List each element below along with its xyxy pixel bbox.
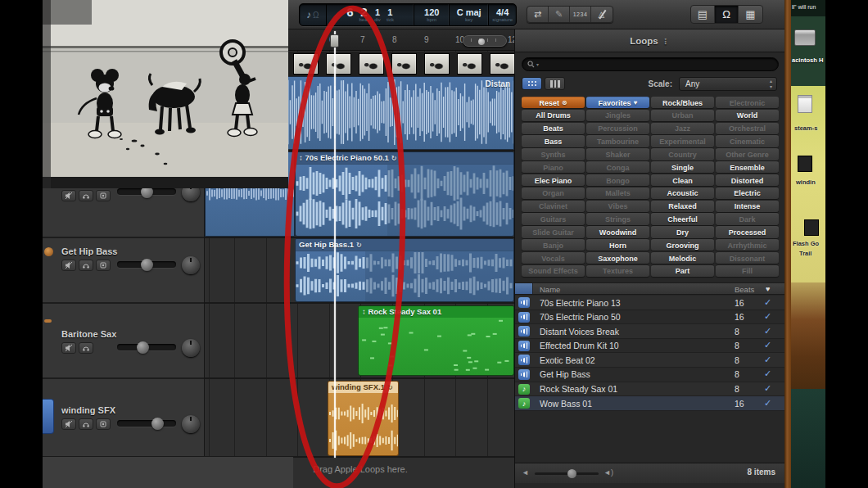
keyword-button[interactable]: Cinematic bbox=[716, 135, 779, 147]
keyword-button[interactable]: Intense bbox=[716, 201, 779, 212]
keyword-button[interactable]: Experimental bbox=[651, 135, 714, 147]
keyword-button[interactable]: Conga bbox=[586, 161, 649, 173]
beats-column-header[interactable]: Beats bbox=[735, 285, 754, 294]
region-get-hip-bass[interactable]: Get Hip Bass.1↻ bbox=[295, 238, 514, 302]
notepad-button[interactable]: ▤ bbox=[691, 6, 715, 23]
loop-fav-check[interactable]: ✓ bbox=[764, 383, 771, 394]
keyword-button[interactable]: All Drums bbox=[522, 110, 585, 121]
input-button[interactable] bbox=[96, 418, 111, 430]
metronome-button[interactable]: △ bbox=[591, 7, 613, 22]
cycle-button[interactable]: ⇄ bbox=[527, 7, 549, 22]
keyword-button[interactable]: Synths bbox=[522, 148, 585, 160]
loop-fav-check[interactable]: ✓ bbox=[764, 398, 771, 409]
mute-button[interactable] bbox=[61, 260, 76, 271]
keyword-button[interactable]: Piano bbox=[522, 161, 585, 173]
loop-fav-check[interactable]: ✓ bbox=[764, 340, 771, 350]
favorites-button[interactable]: Favorites♥ bbox=[586, 97, 649, 108]
loop-fav-check[interactable]: ✓ bbox=[764, 326, 771, 337]
keyword-button[interactable]: Country bbox=[651, 148, 714, 160]
media-browser-button[interactable]: ▦ bbox=[739, 6, 762, 23]
keyword-button[interactable]: Clean bbox=[651, 174, 714, 186]
macintosh-hd-icon[interactable] bbox=[794, 29, 816, 46]
keyword-button[interactable]: Banjo bbox=[522, 239, 585, 251]
solo-button[interactable] bbox=[79, 342, 93, 354]
keyword-button[interactable]: Distorted bbox=[716, 174, 779, 186]
loop-row[interactable]: Get Hip Bass 8 ✓ bbox=[515, 368, 785, 382]
loop-row[interactable]: Effected Drum Kit 10 8 ✓ bbox=[515, 339, 785, 354]
mute-button[interactable] bbox=[61, 190, 76, 201]
keyword-button[interactable]: Bongo bbox=[586, 174, 649, 186]
grid-view-button[interactable] bbox=[522, 77, 542, 90]
pan-knob[interactable] bbox=[182, 415, 200, 433]
keyword-button[interactable]: Tambourine bbox=[586, 135, 649, 147]
loop-fav-check[interactable]: ✓ bbox=[764, 297, 771, 308]
keyword-button[interactable]: Woodwind bbox=[586, 226, 649, 237]
keyword-button[interactable]: Sound Effects bbox=[522, 265, 585, 277]
mute-button[interactable] bbox=[61, 418, 76, 430]
search-input[interactable] bbox=[540, 58, 773, 70]
keyword-button[interactable]: Elec Piano bbox=[522, 174, 585, 186]
loop-fav-check[interactable]: ✓ bbox=[764, 311, 771, 322]
name-column-header[interactable]: Name bbox=[540, 285, 560, 294]
region-rock-steady-sax[interactable]: ↕ Rock Steady Sax 01 bbox=[358, 305, 514, 376]
reset-button[interactable]: Reset⊗ bbox=[522, 97, 585, 108]
playhead[interactable] bbox=[334, 31, 336, 458]
desktop-file-icon[interactable] bbox=[798, 156, 812, 172]
loop-row[interactable]: Exotic Beat 02 8 ✓ bbox=[515, 353, 785, 368]
keyword-button[interactable]: Orchestral bbox=[716, 123, 779, 134]
keyword-button[interactable]: Dry bbox=[651, 226, 714, 237]
pan-knob[interactable] bbox=[182, 256, 200, 274]
loop-list-header[interactable]: Name Beats ♥ bbox=[515, 282, 785, 295]
keyword-button[interactable]: Guitars bbox=[522, 213, 585, 224]
keyword-button[interactable]: Dissonant bbox=[716, 252, 779, 264]
keyword-button[interactable]: Vibes bbox=[586, 201, 649, 212]
volume-slider[interactable] bbox=[117, 261, 176, 268]
keyword-button[interactable]: Ensemble bbox=[716, 161, 779, 173]
loop-row[interactable]: Wow Bass 01 16 ✓ bbox=[515, 396, 785, 411]
keyword-button[interactable]: Urban bbox=[651, 110, 714, 121]
panel-menu-icon[interactable]: ⋮ bbox=[662, 37, 670, 46]
keyword-button[interactable]: Shaker bbox=[586, 148, 649, 160]
keyword-button[interactable]: Electronic bbox=[716, 97, 779, 108]
keyword-button[interactable]: Part bbox=[651, 265, 714, 277]
count-in-button[interactable]: 1234 bbox=[570, 7, 591, 22]
keyword-button[interactable]: Mallets bbox=[586, 188, 649, 199]
region-electric-piano[interactable]: ↕ 70s Electric Piano 50.1↻ bbox=[295, 151, 514, 237]
column-view-button[interactable] bbox=[545, 77, 565, 90]
keyword-button[interactable]: Textures bbox=[586, 265, 649, 277]
tuner-button[interactable]: ✎ bbox=[549, 7, 570, 22]
input-button[interactable] bbox=[96, 260, 111, 271]
keyword-button[interactable]: Single bbox=[651, 161, 714, 173]
favorites-column-header-icon[interactable]: ♥ bbox=[766, 285, 770, 293]
keyword-button[interactable]: Horn bbox=[586, 239, 649, 251]
keyword-button[interactable]: World bbox=[716, 110, 779, 121]
keyword-button[interactable]: Cheerful bbox=[651, 213, 714, 224]
preview-volume-slider[interactable] bbox=[535, 472, 599, 475]
keyword-button[interactable]: Percussion bbox=[586, 123, 649, 134]
volume-slider[interactable] bbox=[117, 344, 176, 350]
solo-button[interactable] bbox=[79, 418, 93, 430]
keyword-button[interactable]: Melodic bbox=[651, 252, 714, 264]
loop-fav-check[interactable]: ✓ bbox=[764, 368, 771, 379]
keyword-button[interactable]: Dark bbox=[716, 213, 779, 224]
desktop-file-icon[interactable] bbox=[804, 219, 819, 236]
keyword-button[interactable]: Electric bbox=[716, 188, 779, 199]
loop-fav-check[interactable]: ✓ bbox=[764, 355, 771, 365]
lcd-display[interactable]: ♪ Ω 6 2beat 1div 1tick 120 bpm C maj key… bbox=[299, 3, 517, 26]
keyword-button[interactable]: Slide Guitar bbox=[522, 226, 585, 237]
keyword-button[interactable]: Acoustic bbox=[651, 188, 714, 199]
volume-slider[interactable] bbox=[117, 188, 176, 195]
preview-volume-thumb[interactable] bbox=[567, 469, 576, 478]
loop-row[interactable]: 70s Electric Piano 50 16 ✓ bbox=[515, 310, 785, 325]
keyword-button[interactable]: Fill bbox=[716, 265, 779, 277]
loop-row[interactable]: 70s Electric Piano 13 16 ✓ bbox=[515, 296, 785, 310]
scale-select[interactable]: Any ▴▾ bbox=[679, 77, 777, 91]
solo-button[interactable] bbox=[79, 190, 93, 201]
solo-button[interactable] bbox=[79, 260, 93, 271]
zoom-slider-thumb[interactable] bbox=[478, 38, 485, 45]
pan-knob[interactable] bbox=[182, 339, 200, 357]
volume-slider[interactable] bbox=[117, 420, 176, 427]
keyword-button[interactable]: Processed bbox=[716, 226, 779, 237]
keyword-button[interactable]: Arrhythmic bbox=[716, 239, 779, 251]
keyword-button[interactable]: Organ bbox=[522, 188, 585, 199]
